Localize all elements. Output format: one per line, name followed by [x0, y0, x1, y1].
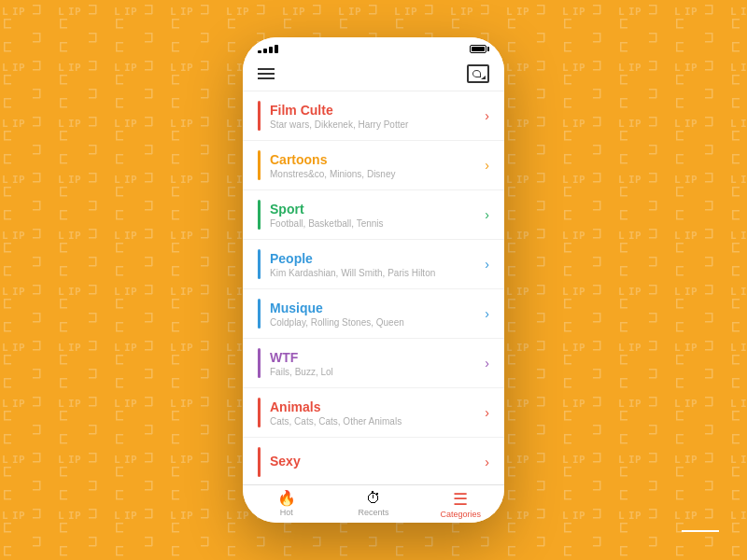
tab-hot[interactable]: 🔥Hot: [243, 485, 330, 523]
category-color-animals: [258, 398, 261, 427]
category-name-sport: Sport: [270, 202, 485, 217]
category-color-sport: [258, 200, 261, 230]
category-name-sexy: Sexy: [270, 454, 485, 469]
tab-categories[interactable]: ☰Categories: [417, 485, 504, 523]
category-item-animals[interactable]: AnimalsCats, Cats, Cats, Other Animals›: [243, 388, 504, 438]
category-name-people: People: [270, 251, 485, 266]
chevron-icon-cartoons: ›: [485, 158, 489, 173]
app-header: [243, 57, 504, 91]
category-item-sport[interactable]: SportFootball, Basketball, Tennis›: [243, 190, 504, 240]
category-item-musique[interactable]: MusiqueColdplay, Rolling Stones, Queen›: [243, 289, 504, 339]
lip-logo-line: [682, 530, 719, 532]
category-color-people: [258, 249, 261, 279]
chevron-icon-people: ›: [485, 257, 489, 272]
chevron-icon-musique: ›: [485, 306, 489, 321]
chevron-icon-sport: ›: [485, 207, 489, 222]
status-left: [258, 45, 283, 53]
status-bar: [243, 37, 504, 57]
category-item-cartoons[interactable]: CartoonsMonstres&co, Minions, Disney›: [243, 141, 504, 190]
tab-bar: 🔥Hot⏱Recents☰Categories: [243, 484, 504, 523]
chevron-icon-wtf: ›: [485, 356, 489, 371]
gallery-button[interactable]: [467, 64, 489, 83]
tab-icon-recents: ⏱: [366, 491, 381, 506]
category-color-sexy: [258, 447, 261, 477]
category-text-film-culte: Film CulteStar wars, Dikkenek, Harry Pot…: [270, 103, 485, 130]
category-text-sexy: Sexy: [270, 454, 485, 470]
battery-icon: [470, 45, 489, 53]
category-text-animals: AnimalsCats, Cats, Cats, Other Animals: [270, 399, 485, 427]
tab-label-hot: Hot: [280, 508, 293, 517]
category-name-musique: Musique: [270, 301, 485, 315]
category-subtitle-musique: Coldplay, Rolling Stones, Queen: [270, 317, 485, 328]
category-name-wtf: WTF: [270, 350, 485, 365]
category-text-wtf: WTFFails, Buzz, Lol: [270, 350, 485, 377]
category-subtitle-animals: Cats, Cats, Cats, Other Animals: [270, 416, 485, 427]
category-color-wtf: [258, 348, 261, 378]
lip-logo: [682, 528, 719, 532]
tab-label-recents: Recents: [358, 508, 388, 517]
tab-recents[interactable]: ⏱Recents: [330, 485, 416, 523]
category-text-cartoons: CartoonsMonstres&co, Minions, Disney: [270, 152, 485, 179]
category-subtitle-film-culte: Star wars, Dikkenek, Harry Potter: [270, 119, 485, 130]
category-text-sport: SportFootball, Basketball, Tennis: [270, 202, 485, 229]
category-subtitle-wtf: Fails, Buzz, Lol: [270, 367, 485, 377]
status-right: [467, 45, 489, 53]
chevron-icon-animals: ›: [485, 405, 489, 420]
category-color-cartoons: [258, 150, 261, 180]
category-text-musique: MusiqueColdplay, Rolling Stones, Queen: [270, 301, 485, 328]
category-subtitle-people: Kim Kardashian, Will Smith, Paris Hilton: [270, 268, 485, 278]
category-subtitle-sport: Football, Basketball, Tennis: [270, 218, 485, 229]
phone-frame: Film CulteStar wars, Dikkenek, Harry Pot…: [243, 37, 504, 523]
tab-label-categories: Categories: [441, 510, 482, 519]
category-subtitle-cartoons: Monstres&co, Minions, Disney: [270, 169, 485, 179]
category-item-wtf[interactable]: WTFFails, Buzz, Lol›: [243, 339, 504, 388]
chevron-icon-film-culte: ›: [485, 108, 489, 123]
category-item-sexy[interactable]: Sexy›: [243, 438, 504, 484]
category-name-cartoons: Cartoons: [270, 152, 485, 167]
category-color-film-culte: [258, 101, 261, 131]
tab-icon-categories: ☰: [453, 491, 468, 508]
category-name-animals: Animals: [270, 399, 485, 414]
chevron-icon-sexy: ›: [485, 455, 489, 469]
categories-list: Film CulteStar wars, Dikkenek, Harry Pot…: [243, 91, 504, 484]
signal-icon: [258, 45, 278, 53]
tab-icon-hot: 🔥: [277, 491, 296, 506]
category-name-film-culte: Film Culte: [270, 103, 485, 118]
category-color-musique: [258, 299, 261, 329]
menu-button[interactable]: [258, 68, 275, 79]
category-item-people[interactable]: PeopleKim Kardashian, Will Smith, Paris …: [243, 240, 504, 289]
category-item-film-culte[interactable]: Film CulteStar wars, Dikkenek, Harry Pot…: [243, 91, 504, 141]
category-text-people: PeopleKim Kardashian, Will Smith, Paris …: [270, 251, 485, 278]
